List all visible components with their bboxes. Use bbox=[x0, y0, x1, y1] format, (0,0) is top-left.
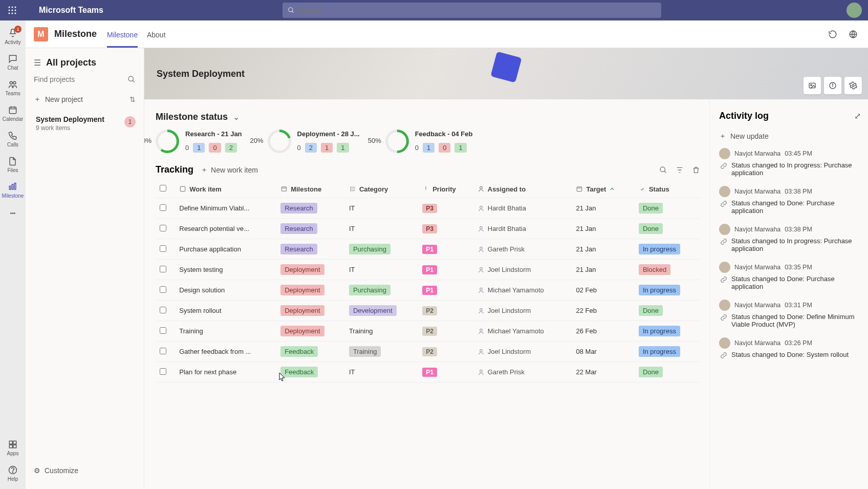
milestone-card[interactable]: 50% Feedback - 04 Feb 0 1 0 1 bbox=[385, 130, 473, 153]
table-search-icon[interactable] bbox=[659, 166, 667, 174]
new-work-item-button[interactable]: ＋ New work item bbox=[201, 165, 258, 175]
delete-icon[interactable] bbox=[692, 166, 700, 174]
row-checkbox[interactable] bbox=[160, 266, 166, 272]
activity-title: Activity log bbox=[719, 111, 769, 121]
priority-pill: P1 bbox=[422, 368, 437, 377]
banner-settings-button[interactable] bbox=[844, 77, 862, 94]
global-search[interactable] bbox=[283, 3, 661, 18]
row-checkbox[interactable] bbox=[160, 286, 166, 293]
count-open: 0 bbox=[415, 144, 419, 152]
globe-icon[interactable] bbox=[847, 28, 860, 41]
priority-pill: P3 bbox=[422, 224, 437, 233]
column-label: Category bbox=[359, 185, 388, 193]
activity-item[interactable]: Navjot Marwaha 03:45 PM Status changed t… bbox=[719, 148, 858, 177]
rail-apps[interactable]: Apps bbox=[0, 435, 26, 460]
me-avatar[interactable] bbox=[847, 3, 862, 18]
table-row[interactable]: System rollout Deployment Development P2… bbox=[156, 301, 700, 321]
rail-chat[interactable]: Chat bbox=[0, 49, 26, 75]
sort-icon[interactable]: ⇅ bbox=[129, 95, 136, 103]
banner-info-button[interactable] bbox=[824, 77, 841, 94]
customize-button[interactable]: ⚙ Customize bbox=[34, 461, 136, 480]
row-checkbox[interactable] bbox=[160, 204, 166, 211]
rail-calendar[interactable]: Calendar bbox=[0, 100, 26, 126]
column-header[interactable]: Category bbox=[345, 180, 418, 198]
table-row[interactable]: Gather feedback from ... Feedback Traini… bbox=[156, 342, 700, 362]
svg-point-4 bbox=[12, 10, 13, 11]
activity-item[interactable]: Navjot Marwaha 03:38 PM Status changed t… bbox=[719, 186, 858, 215]
banner-image-button[interactable] bbox=[804, 77, 821, 94]
count-chip: 1 bbox=[454, 143, 466, 153]
row-checkbox[interactable] bbox=[160, 307, 166, 313]
column-header[interactable]: Milestone bbox=[276, 180, 345, 198]
rail-milestone[interactable]: Milestone bbox=[0, 177, 26, 203]
activity-item[interactable]: Navjot Marwaha 03:31 PM Status changed t… bbox=[719, 300, 858, 328]
expand-icon[interactable]: ⤢ bbox=[854, 111, 861, 121]
find-projects-input[interactable] bbox=[34, 75, 127, 83]
project-name: System Deployment bbox=[36, 115, 134, 123]
tab-milestone[interactable]: Milestone bbox=[107, 31, 138, 48]
milestone-label: Deployment - 28 J... bbox=[297, 130, 360, 138]
table-row[interactable]: Purchase application Research Purchasing… bbox=[156, 239, 700, 260]
column-header[interactable]: Priority bbox=[418, 180, 473, 198]
table-row[interactable]: Design solution Deployment Purchasing P1… bbox=[156, 280, 700, 301]
activity-item[interactable]: Navjot Marwaha 03:26 PM Status changed t… bbox=[719, 337, 858, 359]
column-label: Work item bbox=[189, 185, 222, 193]
svg-point-44 bbox=[480, 267, 482, 270]
rail-more[interactable]: ••• bbox=[0, 203, 26, 223]
app-launcher-icon[interactable] bbox=[6, 4, 18, 16]
row-checkbox[interactable] bbox=[160, 327, 166, 334]
global-search-input[interactable] bbox=[299, 6, 656, 14]
rail-activity[interactable]: Activity1 bbox=[0, 24, 26, 49]
column-header[interactable]: Target bbox=[572, 180, 634, 198]
svg-point-49 bbox=[480, 370, 482, 372]
search-icon[interactable] bbox=[127, 75, 136, 83]
count-chip: 0 bbox=[209, 143, 221, 153]
person-icon bbox=[478, 205, 485, 212]
table-row[interactable]: Plan for next phase Feedback IT P1 Garet… bbox=[156, 362, 700, 382]
new-update-button[interactable]: ＋ New update bbox=[719, 126, 861, 148]
person-icon bbox=[478, 266, 485, 273]
rail-label: Milestone bbox=[2, 193, 24, 199]
row-checkbox[interactable] bbox=[160, 368, 166, 375]
rail-files[interactable]: Files bbox=[0, 152, 26, 177]
target-date: 21 Jan bbox=[572, 198, 634, 219]
badge: 1 bbox=[14, 26, 21, 33]
milestone-status-header[interactable]: Milestone status ⌄ bbox=[156, 112, 700, 122]
table-row[interactable]: Define Minimum Viabl... Research IT P3 H… bbox=[156, 198, 700, 219]
activity-item[interactable]: Navjot Marwaha 03:35 PM Status changed t… bbox=[719, 262, 858, 290]
svg-rect-35 bbox=[281, 187, 286, 191]
table-row[interactable]: Training Deployment Training P2 Michael … bbox=[156, 321, 700, 342]
project-item[interactable]: System Deployment9 work items1 bbox=[34, 109, 136, 138]
milestone-card[interactable]: 20% Deployment - 28 J... 0 2 1 1 bbox=[268, 130, 360, 153]
column-icon bbox=[349, 185, 356, 193]
status-pill: In progress bbox=[639, 285, 680, 295]
tab-about[interactable]: About bbox=[147, 31, 166, 48]
column-label: Target bbox=[586, 185, 606, 193]
milestone-card[interactable]: 60% Research - 21 Jan 0 1 0 2 bbox=[156, 130, 242, 153]
link-icon bbox=[720, 352, 727, 359]
column-header[interactable]: Assigned to bbox=[473, 180, 572, 198]
rail-calls[interactable]: Calls bbox=[0, 126, 26, 152]
table-row[interactable]: System testing Deployment IT P1 Joel Lin… bbox=[156, 260, 700, 280]
select-all-checkbox[interactable] bbox=[160, 185, 166, 192]
column-header[interactable]: Status bbox=[635, 180, 700, 198]
row-checkbox[interactable] bbox=[160, 245, 166, 252]
row-checkbox[interactable] bbox=[160, 348, 166, 354]
filter-icon[interactable] bbox=[676, 166, 684, 174]
svg-point-24 bbox=[128, 76, 133, 81]
activity-who: Navjot Marwaha bbox=[734, 302, 780, 309]
column-header[interactable]: Work item bbox=[175, 180, 276, 198]
table-row[interactable]: Research potential ve... Research IT P3 … bbox=[156, 219, 700, 239]
activity-item[interactable]: Navjot Marwaha 03:38 PM Status changed t… bbox=[719, 224, 858, 252]
refresh-icon[interactable] bbox=[826, 28, 839, 41]
app-icon: M bbox=[34, 27, 48, 41]
rail-teams[interactable]: Teams bbox=[0, 75, 26, 100]
rail-help[interactable]: Help bbox=[0, 460, 26, 486]
svg-point-7 bbox=[12, 13, 13, 14]
svg-point-2 bbox=[15, 7, 16, 8]
hamburger-icon[interactable]: ☰ bbox=[34, 58, 41, 68]
activity-text: Status changed to Done: Purchase applica… bbox=[731, 199, 858, 215]
column-icon bbox=[639, 185, 646, 193]
new-project-button[interactable]: ＋ New project ⇅ bbox=[34, 90, 136, 109]
row-checkbox[interactable] bbox=[160, 225, 166, 231]
